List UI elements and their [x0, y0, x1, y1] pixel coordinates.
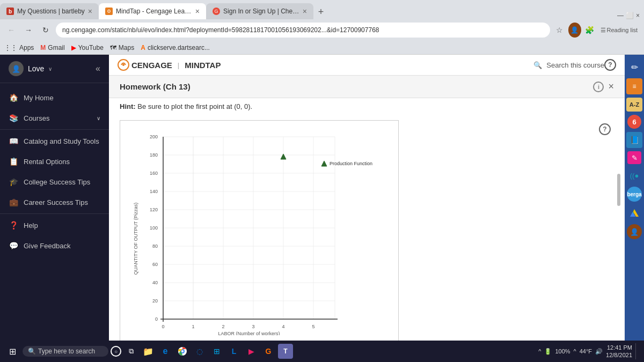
tray-chevron[interactable]: ^ — [538, 348, 541, 354]
taskbar-edge2[interactable]: ◌ — [192, 344, 207, 359]
sidebar-item-rental[interactable]: 📋 Rental Options — [0, 151, 109, 172]
search-label: Search this course — [546, 61, 604, 69]
show-desktop-button[interactable] — [635, 343, 640, 359]
back-button[interactable]: ← — [4, 23, 18, 37]
youtube-label: YouTube — [78, 44, 104, 51]
maps-icon: 🗺 — [110, 44, 116, 51]
bookmark-apps[interactable]: ⋮⋮ Apps — [4, 44, 34, 51]
sidebar-label-catalog: Catalog and Study Tools — [24, 137, 100, 145]
bookmark-youtube[interactable]: ▶ YouTube — [71, 44, 104, 51]
taskbar-app-g[interactable]: G — [261, 344, 276, 359]
mindtap-favicon: ⚙ — [105, 8, 113, 15]
forward-button[interactable]: → — [21, 23, 35, 37]
sidebar-item-my-home[interactable]: 🏠 My Home — [0, 87, 109, 108]
extensions-icon[interactable]: 🧩 — [583, 24, 596, 36]
tab-bartleby[interactable]: b My Questions | bartleby × — [0, 3, 99, 19]
tab-bartleby-close[interactable]: × — [88, 7, 92, 16]
homework-close-button[interactable]: × — [608, 81, 614, 92]
college-success-icon: 🎓 — [9, 177, 18, 187]
profile-button[interactable]: 👤 — [568, 24, 581, 36]
taskbar-teams[interactable]: T — [278, 344, 293, 359]
taskbar-cortana[interactable]: ○ — [111, 346, 121, 357]
homework-info-button[interactable]: i — [593, 82, 604, 92]
tab-chegg-close[interactable]: × — [303, 7, 307, 16]
pencil-icon-button[interactable]: ✏ — [626, 59, 642, 75]
header-search[interactable]: 🔍 Search this course — [533, 61, 604, 69]
clock-time: 12:41 PM — [606, 344, 632, 351]
close-browser-button[interactable]: × — [636, 12, 640, 19]
sidebar-collapse-button[interactable]: « — [96, 64, 100, 73]
sidebar-item-college-success[interactable]: 🎓 College Success Tips — [0, 172, 109, 192]
mindtap-text: MINDTAP — [185, 61, 221, 70]
tray-volume-icon[interactable]: 🔊 — [595, 348, 603, 355]
taskbar-search-icon: 🔍 — [28, 348, 36, 355]
note-icon-button[interactable]: ✎ — [627, 151, 641, 164]
system-clock[interactable]: 12:41 PM 12/8/2021 — [606, 344, 632, 359]
new-tab-button[interactable]: + — [313, 4, 328, 19]
svg-text:120: 120 — [150, 207, 158, 212]
svg-text:140: 140 — [150, 189, 158, 194]
legend-marker — [321, 161, 327, 166]
bookmark-star-icon[interactable]: ☆ — [553, 24, 566, 36]
taskbar-chrome[interactable] — [175, 344, 190, 359]
homework-panel: Homework (Ch 13) i × Hint: Be sure to pl… — [109, 76, 625, 341]
user-icon-button[interactable]: 👤 — [627, 224, 642, 239]
circle6-icon-button[interactable]: 6 — [627, 115, 641, 129]
browser-frame: b My Questions | bartleby × ⚙ MindTap - … — [0, 0, 644, 362]
chart-help-button[interactable]: ? — [599, 123, 611, 135]
tray-temp: 44°F — [580, 348, 592, 354]
tab-mindtap-label: MindTap - Cengage Learning — [116, 8, 192, 15]
sidebar-user[interactable]: 👤 Love ∨ — [9, 61, 52, 76]
sidebar-item-help[interactable]: ❓ Help — [0, 215, 109, 235]
clock-date: 12/8/2021 — [606, 351, 632, 359]
hint-prefix: Hint: — [120, 102, 136, 110]
tab-mindtap[interactable]: ⚙ MindTap - Cengage Learning × — [99, 3, 206, 19]
tab-chegg-label: Sign In or Sign Up | Chegg.com — [223, 8, 299, 15]
scroll-thumb[interactable] — [617, 174, 620, 206]
bookmark-maps[interactable]: 🗺 Maps — [110, 44, 134, 51]
wifi-icon-button[interactable]: ((● — [626, 167, 642, 183]
minimize-button[interactable]: — — [617, 12, 624, 19]
taskbar-edge[interactable]: e — [158, 344, 173, 359]
chart-wrapper: 0 20 40 60 80 100 120 140 160 180 200 — [120, 120, 399, 341]
address-input[interactable] — [56, 23, 550, 38]
sidebar-divider — [0, 129, 109, 130]
rss-icon-button[interactable]: ≡ — [626, 78, 642, 94]
start-button[interactable]: ⊞ — [4, 343, 20, 359]
sidebar-item-courses[interactable]: 📚 Courses ∨ — [0, 108, 109, 128]
tab-mindtap-close[interactable]: × — [195, 7, 200, 16]
courses-icon: 📚 — [9, 113, 18, 123]
svg-text:180: 180 — [150, 152, 158, 158]
sidebar-item-catalog[interactable]: 📖 Catalog and Study Tools — [0, 131, 109, 151]
clickserve-icon: A — [141, 44, 145, 51]
taskbar-search[interactable]: 🔍 Type here to search — [23, 346, 108, 357]
taskbar-app-l[interactable]: L — [226, 344, 241, 359]
tab-chegg[interactable]: G Sign In or Sign Up | Chegg.com × — [206, 3, 313, 19]
header-help-button[interactable]: ? — [604, 59, 616, 71]
berga-icon-button[interactable]: berga — [627, 187, 642, 202]
book-icon-button[interactable]: 📘 — [626, 132, 642, 148]
career-success-icon: 💼 — [9, 197, 18, 207]
bookmark-gmail[interactable]: M Gmail — [40, 44, 64, 51]
tray-battery-level: 100% — [555, 348, 570, 354]
reload-button[interactable]: ↻ — [39, 23, 53, 37]
taskbar-app-play[interactable]: ▶ — [244, 344, 259, 359]
tab-bartleby-label: My Questions | bartleby — [17, 8, 85, 15]
taskbar-store[interactable]: ⊞ — [209, 344, 224, 359]
sidebar-item-career-success[interactable]: 💼 Career Success Tips — [0, 192, 109, 212]
taskbar-explorer[interactable]: 📁 — [141, 344, 156, 359]
taskbar-taskview[interactable]: ⧉ — [123, 344, 138, 359]
sidebar-label-rental: Rental Options — [24, 158, 100, 166]
svg-text:40: 40 — [152, 280, 158, 285]
taskbar-search-placeholder: Type here to search — [38, 348, 95, 355]
sidebar-item-feedback[interactable]: 💬 Give Feedback — [0, 235, 109, 256]
az-icon-button[interactable]: A-Z — [626, 98, 642, 112]
svg-text:100: 100 — [150, 225, 158, 231]
chrome-icon — [178, 346, 187, 356]
cengage-icon — [118, 59, 129, 71]
maximize-button[interactable]: ⬜ — [626, 12, 634, 19]
reading-list-button[interactable]: ☰ Reading list — [598, 24, 640, 36]
drive-icon-button[interactable] — [626, 205, 642, 221]
tray-battery-icon: 🔋 — [544, 348, 552, 355]
bookmark-clickserve[interactable]: A clickserve.dartsearc... — [141, 44, 210, 51]
